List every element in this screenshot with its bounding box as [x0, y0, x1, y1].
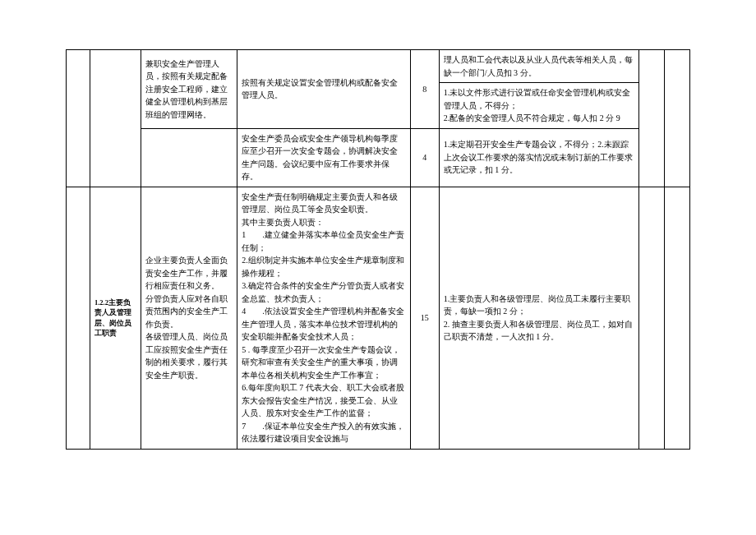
- cell-deduction: 1.主要负责人和各级管理层、岗位员工未履行主要职责，每缺一项扣 2 分； 2. …: [439, 187, 638, 449]
- cell-blank: [639, 50, 665, 187]
- cell-requirement: 兼职安全生产管理人员，按照有关规定配备注册安全工程师，建立健全从管理机构到基层班…: [141, 50, 237, 129]
- cell-blank: [665, 187, 690, 449]
- cell-blank: [639, 187, 665, 449]
- cell-deduction: 1.未以文件形式进行设置或任命安全管理机构或安全管理人员，不得分； 2.配备的安…: [439, 83, 638, 129]
- table-row: 1.2.2主要负责人及管理层、岗位员工职责 企业主要负责人全面负责安全生产工作，…: [67, 187, 690, 449]
- cell-blank: [141, 128, 237, 187]
- cell-blank: [665, 50, 690, 187]
- cell-criteria: 安全生产责任制明确规定主要负责人和各级管理层、岗位员工等全员安全职责。 其中主要…: [237, 187, 410, 449]
- cell-criteria: 安全生产委员会或安全生产领导机构每季度应至少召开一次安全专题会，协调解决安全生产…: [237, 128, 410, 187]
- cell-blank: [67, 187, 90, 449]
- table-row: 安全生产委员会或安全生产领导机构每季度应至少召开一次安全专题会，协调解决安全生产…: [67, 128, 690, 187]
- section-label: 1.2.2主要负责人及管理层、岗位员工职责: [90, 187, 141, 449]
- assessment-table: 兼职安全生产管理人员，按照有关规定配备注册安全工程师，建立健全从管理机构到基层班…: [66, 49, 690, 450]
- page: 兼职安全生产管理人员，按照有关规定配备注册安全工程师，建立健全从管理机构到基层班…: [0, 0, 756, 535]
- cell-score: 4: [410, 128, 439, 187]
- cell-blank: [90, 50, 141, 187]
- cell-deduction: 理人员和工会代表以及从业人员代表等相关人员，每缺一个部门/人员扣 3 分。: [439, 50, 638, 83]
- cell-criteria: 按照有关规定设置安全管理机构或配备安全管理人员。: [237, 50, 410, 129]
- cell-score: 8: [410, 50, 439, 129]
- cell-requirement: 企业主要负责人全面负责安全生产工作，并履行相应责任和义务。 分管负责人应对各自职…: [141, 187, 237, 449]
- cell-deduction: 1.未定期召开安全生产专题会议，不得分；2.未跟踪上次会议工作要求的落实情况或未…: [439, 128, 638, 187]
- table-row: 兼职安全生产管理人员，按照有关规定配备注册安全工程师，建立健全从管理机构到基层班…: [67, 50, 690, 83]
- cell-score: 15: [410, 187, 439, 449]
- cell-blank: [67, 50, 90, 187]
